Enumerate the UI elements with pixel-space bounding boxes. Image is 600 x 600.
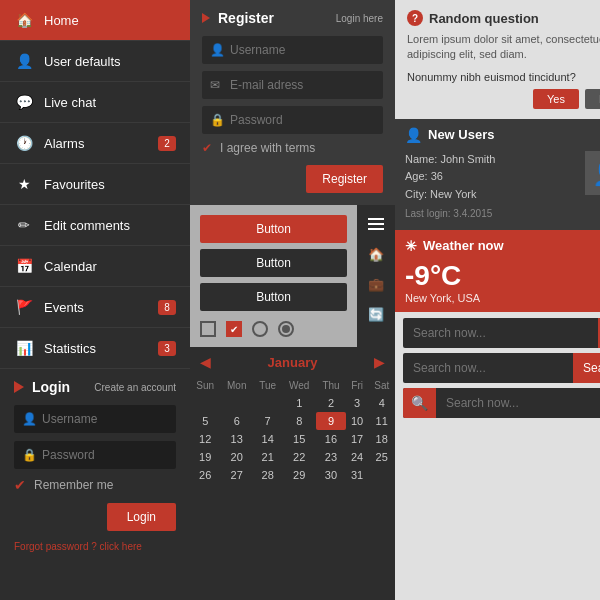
refresh-icon[interactable]: 🔄 — [357, 299, 395, 329]
login-here-link[interactable]: Login here — [336, 13, 383, 24]
remember-row: ✔ Remember me — [14, 477, 176, 493]
calendar-day[interactable]: 30 — [316, 466, 346, 484]
search-input-3[interactable] — [436, 396, 600, 410]
search-button-2[interactable]: Search — [573, 353, 600, 383]
calendar-day[interactable]: 15 — [282, 430, 316, 448]
calendar-day[interactable]: 14 — [253, 430, 282, 448]
button-2[interactable]: Button — [200, 249, 347, 277]
calendar-day[interactable]: 24 — [346, 448, 369, 466]
calendar-day[interactable]: 10 — [346, 412, 369, 430]
calendar-day[interactable]: 8 — [282, 412, 316, 430]
login-button[interactable]: Login — [107, 503, 176, 531]
sidebar-item-home[interactable]: 🏠 Home — [0, 0, 190, 41]
login-password-input[interactable] — [14, 441, 176, 469]
calendar-day — [190, 394, 220, 412]
calendar-day[interactable]: 13 — [220, 430, 253, 448]
calendar-day[interactable]: 7 — [253, 412, 282, 430]
radio-unchecked[interactable] — [252, 321, 268, 337]
yes-button[interactable]: Yes — [533, 89, 579, 109]
briefcase-icon[interactable]: 💼 — [357, 269, 395, 299]
button-1[interactable]: Button — [200, 215, 347, 243]
cal-prev-arrow[interactable]: ◀ — [200, 354, 211, 370]
calendar-day[interactable]: 28 — [253, 466, 282, 484]
checkbox-checked[interactable]: ✔ — [226, 321, 242, 337]
calendar-day[interactable]: 5 — [190, 412, 220, 430]
cal-day-tue: Tue — [253, 377, 282, 394]
lock-field-icon: 🔒 — [22, 448, 37, 462]
sidebar-item-label: Events — [44, 300, 158, 315]
calendar-day[interactable]: 1 — [282, 394, 316, 412]
calendar-day[interactable]: 11 — [368, 412, 395, 430]
sidebar: 🏠 Home 👤 User defaults 💬 Live chat 🕐 Ala… — [0, 0, 190, 600]
calendar-day[interactable]: 19 — [190, 448, 220, 466]
buttons-panel: Button Button Button ✔ — [190, 205, 357, 347]
sidebar-item-statistics[interactable]: 📊 Statistics 3 — [0, 328, 190, 369]
button-3[interactable]: Button — [200, 283, 347, 311]
register-title: Register — [202, 10, 274, 26]
home-icon[interactable]: 🏠 — [357, 239, 395, 269]
calendar-day[interactable]: 22 — [282, 448, 316, 466]
calendar-day[interactable]: 26 — [190, 466, 220, 484]
calendar-day[interactable]: 2 — [316, 394, 346, 412]
check-icon: ✔ — [202, 141, 212, 155]
search-input-2[interactable] — [403, 361, 573, 375]
question-subtext: Nonummy nibh euismod tincidunt? — [407, 71, 600, 83]
sidebar-item-calendar[interactable]: 📅 Calendar — [0, 246, 190, 287]
calendar-day[interactable]: 12 — [190, 430, 220, 448]
sidebar-item-alarms[interactable]: 🕐 Alarms 2 — [0, 123, 190, 164]
sidebar-item-user-defaults[interactable]: 👤 User defaults — [0, 41, 190, 82]
sidebar-item-favourites[interactable]: ★ Favourites — [0, 164, 190, 205]
user-last-login: Last login: 3.4.2015 — [405, 206, 577, 222]
calendar-day[interactable]: 20 — [220, 448, 253, 466]
no-button[interactable]: No — [585, 89, 600, 109]
calendar-day[interactable]: 4 — [368, 394, 395, 412]
login-section: Login Create an account 👤 🔒 ✔ Remember m… — [0, 369, 190, 600]
checkbox-unchecked[interactable] — [200, 321, 216, 337]
user-icon: 👤 — [14, 51, 34, 71]
events-badge: 8 — [158, 300, 176, 315]
sidebar-item-live-chat[interactable]: 💬 Live chat — [0, 82, 190, 123]
cal-day-sun: Sun — [190, 377, 220, 394]
sidebar-item-events[interactable]: 🚩 Events 8 — [0, 287, 190, 328]
calendar-day[interactable]: 16 — [316, 430, 346, 448]
calendar-day[interactable]: 6 — [220, 412, 253, 430]
register-button[interactable]: Register — [306, 165, 383, 193]
calendar-day[interactable]: 18 — [368, 430, 395, 448]
calendar-day[interactable]: 21 — [253, 448, 282, 466]
calendar-icon: 📅 — [14, 256, 34, 276]
calendar-day[interactable]: 9 — [316, 412, 346, 430]
calendar-day[interactable]: 27 — [220, 466, 253, 484]
calendar-day[interactable]: 23 — [316, 448, 346, 466]
sidebar-item-edit-comments[interactable]: ✏ Edit comments — [0, 205, 190, 246]
cal-next-arrow[interactable]: ▶ — [374, 354, 385, 370]
reg-email-input[interactable] — [202, 71, 383, 99]
play-icon — [14, 381, 24, 393]
sidebar-item-label: Favourites — [44, 177, 176, 192]
user-age: Age: 36 — [405, 168, 577, 186]
menu-icon[interactable] — [357, 209, 395, 239]
cal-day-sat: Sat — [368, 377, 395, 394]
reg-password-input[interactable] — [202, 106, 383, 134]
login-password-wrap: 🔒 — [14, 441, 176, 469]
login-username-input[interactable] — [14, 405, 176, 433]
calendar-day — [368, 466, 395, 484]
calendar-day[interactable]: 3 — [346, 394, 369, 412]
weather-icon: ✳ — [405, 238, 417, 254]
reg-username-wrap: 👤 — [202, 36, 383, 64]
buttons-icons-section: Button Button Button ✔ 🏠 💼 🔄 — [190, 205, 395, 347]
calendar-day[interactable]: 17 — [346, 430, 369, 448]
reg-username-input[interactable] — [202, 36, 383, 64]
create-account-link[interactable]: Create an account — [94, 382, 176, 393]
check-icon: ✔ — [14, 477, 26, 493]
calendar-day[interactable]: 25 — [368, 448, 395, 466]
calendar-day[interactable]: 31 — [346, 466, 369, 484]
user-avatar: 👤 — [585, 151, 600, 195]
search-input-1[interactable] — [403, 326, 598, 340]
register-header: Register Login here — [202, 10, 383, 26]
forgot-click-here[interactable]: click here — [100, 541, 142, 552]
search-icon-left[interactable]: 🔍 — [403, 388, 436, 418]
calendar-day[interactable]: 29 — [282, 466, 316, 484]
radio-checked[interactable] — [278, 321, 294, 337]
weather-title: Weather now — [423, 238, 504, 253]
alarm-icon: 🕐 — [14, 133, 34, 153]
